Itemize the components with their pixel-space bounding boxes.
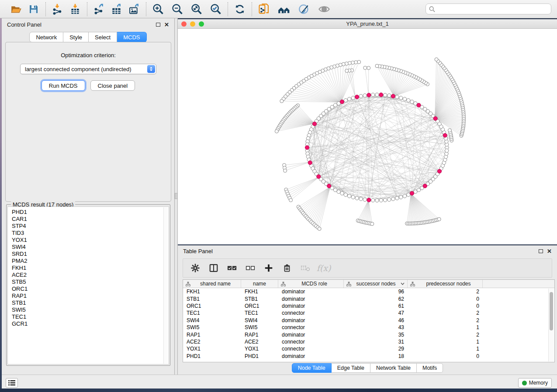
table-cell: TEC1 [241,310,278,316]
tab-motifs[interactable]: Motifs [417,363,443,373]
table-row[interactable]: STB1STB1dominator620 [183,295,554,302]
export-table-button[interactable] [109,2,124,16]
mcds-result-item[interactable]: PMA2 [12,258,169,265]
select-all-button[interactable] [226,261,238,275]
mcds-list-scrollbar[interactable] [163,207,169,364]
mcds-result-item[interactable]: RAP1 [12,292,169,299]
mcds-result-item[interactable]: STB5 [12,279,169,285]
float-panel-icon[interactable] [539,249,543,253]
refresh-layout-icon [234,3,246,15]
zoom-out-button[interactable] [170,2,185,16]
table-row[interactable]: SWI4SWI4dominator462 [183,317,554,324]
show-columns-button[interactable] [208,261,220,275]
tab-mcds[interactable]: MCDS [117,32,146,42]
import-table-button[interactable] [68,2,83,16]
search-input[interactable] [437,6,548,12]
mcds-result-item[interactable]: CAR1 [12,216,169,223]
memory-button[interactable]: Memory [518,378,552,388]
zoom-in-button[interactable] [151,2,166,16]
table-cell: SWI4 [241,317,278,323]
network-canvas[interactable] [178,29,557,244]
tab-node-table[interactable]: Node Table [292,363,332,373]
open-file-button[interactable] [9,2,24,16]
import-network-button[interactable] [50,2,65,16]
export-image-button[interactable] [127,2,142,16]
mcds-result-item[interactable]: ORC1 [12,285,169,292]
refresh-layout-button[interactable] [232,2,247,16]
toggle-visibility-button[interactable] [317,2,332,16]
float-panel-icon[interactable] [156,23,160,27]
run-mcds-button[interactable]: Run MCDS [42,80,85,91]
column-header-shared-name[interactable]: shared name [183,280,241,288]
table-panel-tabs: Node TableEdge TableNetwork TableMotifs [178,363,557,373]
column-header-mcds-role[interactable]: MCDS role [278,280,344,288]
mcds-result-item[interactable]: STB1 [12,299,169,306]
zoom-selected-button[interactable] [208,2,223,16]
search-field[interactable] [426,3,551,14]
tab-network[interactable]: Network [29,32,63,42]
table-row[interactable]: RAP1RAP1dominator352 [183,331,554,338]
column-header-name[interactable]: name [241,280,278,288]
mcds-result-item[interactable]: SWI5 [12,306,169,313]
mcds-result-list[interactable]: PHD1CAR1STP4TID3YOX1SWI4SRD1PMA2FKH1ACE2… [7,206,169,364]
first-neighbors-button[interactable] [277,2,291,16]
mcds-result-item[interactable]: FKH1 [12,265,169,272]
deselect-all-button[interactable] [244,261,256,275]
network-window-titlebar[interactable]: YPA_prune.txt_1 [178,19,557,29]
mcds-result-item[interactable]: SWI4 [12,244,169,251]
mcds-result-item[interactable]: SRD1 [12,251,169,258]
table-row[interactable]: FKH1FKH1dominator962 [183,288,554,295]
mcds-result-item[interactable]: STP4 [12,223,169,230]
table-row[interactable]: PHD1PHD1dominator180 [183,353,554,360]
table-cell: dominator [278,317,344,323]
table-cell: STB1 [241,296,278,302]
table-cell: 61 [344,303,408,309]
table-scrollbar[interactable] [548,289,554,361]
vertical-splitter[interactable] [175,18,178,375]
export-image-icon [128,3,140,15]
paint-style-button[interactable] [297,2,311,16]
table-row[interactable]: SWI5SWI5connector431 [183,324,554,331]
criterion-dropdown[interactable]: largest connected component (undirected) [20,64,156,74]
tab-network-table[interactable]: Network Table [370,363,417,373]
mcds-result-item[interactable]: TEC1 [12,313,169,320]
mcds-result-item[interactable]: PHD1 [12,209,169,216]
delete-row-button[interactable] [281,261,293,275]
table-cell: 2 [408,332,483,338]
task-history-button[interactable] [6,378,18,388]
mcds-result-item[interactable]: YOX1 [12,237,169,244]
table-row[interactable]: TEC1TEC1connector472 [183,309,554,316]
column-header-predecessor-nodes[interactable]: predecessor nodes [408,280,483,288]
node-attribute-icon [281,282,286,286]
tab-style[interactable]: Style [63,32,89,42]
tab-select[interactable]: Select [89,32,117,42]
table-cell: connector [278,339,344,345]
table-cell: connector [278,324,344,330]
table-scrollbar-thumb[interactable] [550,292,553,330]
mcds-result-item[interactable]: GCR1 [12,320,169,327]
save-session-button[interactable] [26,2,41,16]
close-panel-icon[interactable]: ✕ [547,248,552,254]
search-icon [429,6,435,12]
splitter-handle[interactable] [175,193,178,199]
close-panel-icon[interactable]: ✕ [164,22,169,28]
control-panel: Control Panel ✕ NetworkStyleSelectMCDS O… [2,18,175,375]
table-row[interactable]: ACE2ACE2connector311 [183,338,554,345]
table-settings-button[interactable] [189,261,201,275]
first-neighbors-icon [278,3,290,15]
table-row[interactable]: ORC1ORC1dominator610 [183,303,554,309]
merge-disabled-button [299,261,311,275]
table-cell: SWI5 [241,324,278,330]
table-row[interactable]: YOX1YOX1connector291 [183,345,554,352]
table-toolbar: f(x) [183,258,552,278]
mcds-result-item[interactable]: TID3 [12,230,169,237]
export-network-button[interactable] [92,2,107,16]
zoom-fit-button[interactable] [189,2,204,16]
column-header-successor-nodes[interactable]: successor nodes [344,280,408,288]
close-panel-button[interactable]: Close panel [90,80,135,91]
mcds-result-item[interactable]: ACE2 [12,272,169,279]
add-row-button[interactable] [263,261,275,275]
tab-edge-table[interactable]: Edge Table [332,363,370,373]
table-cell: dominator [278,296,344,302]
network-file-button[interactable] [256,2,271,16]
